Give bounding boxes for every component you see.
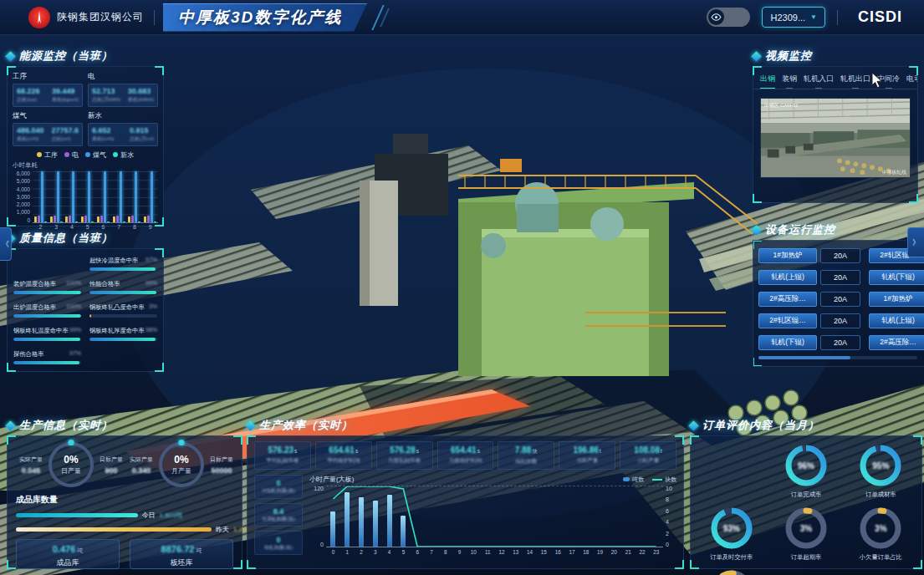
- hour-plot-area: [326, 486, 663, 547]
- device-item: 2#高压除…20A: [869, 335, 924, 350]
- energy-bar-group: [65, 171, 78, 222]
- camera-osd-label: 出钢区 CAM-01: [764, 102, 799, 108]
- device-item: 轧机(上辊)20A: [758, 270, 862, 285]
- company-name: 陕钢集团汉钢公司: [57, 10, 144, 24]
- tab-mill-entry[interactable]: 轧机入口: [804, 74, 834, 89]
- donut-shortage-rate: 10% 欠量订单占比: [694, 568, 768, 575]
- visibility-toggle[interactable]: [707, 8, 750, 27]
- kpi-tile: 196.86t当班产量: [559, 441, 615, 470]
- device-item: 2#轧区辊…20A: [758, 313, 862, 328]
- energy-chart-legend: 工序 电 煤气 新水: [13, 150, 158, 160]
- production-panel: 生产信息（实时） 实际产量0.045 0%日产量 目标产量900 实际产量0.3…: [7, 418, 242, 569]
- app-title-plate: 中厚板3D数字化产线: [163, 3, 367, 32]
- quality-panel: 质量信息（当班） 超快冷温度命中率97% 装炉温度合格率100% 性能合格率99…: [7, 231, 164, 372]
- efficiency-kpis: 576.23s平均轧制节奏 654.61s平均在炉时间 576.28s当前轧制节…: [254, 441, 676, 470]
- orders-panel: 订单评价内容（当月） 96% 订单完成率 95% 订单成材率 93% 订单及时交…: [690, 418, 922, 569]
- device-item: 1#加热炉20A: [869, 292, 924, 307]
- device-scrollbar[interactable]: [758, 356, 917, 359]
- video-feed[interactable]: 出钢区 CAM-01 中厚板轧线: [760, 98, 911, 178]
- hour-right-axis: 1086420: [663, 486, 676, 547]
- legend-item: 工序: [37, 150, 58, 160]
- diamond-icon: [688, 420, 699, 431]
- quality-item: 装炉温度合格率100%: [13, 280, 81, 294]
- scrollbar-thumb[interactable]: [758, 356, 850, 359]
- camera-watermark: 中厚板轧线: [882, 170, 906, 175]
- quality-item: 钢板终轧厚度命中率98%: [89, 327, 157, 341]
- stock-label: 成品库数量: [16, 494, 233, 506]
- quality-item: 钢板终轧凸度命中率3%: [89, 303, 157, 318]
- company-logo: [28, 7, 50, 28]
- energy-plot-area: [33, 171, 158, 223]
- device-item: 轧机(上辊)20A: [869, 313, 924, 328]
- diamond-icon: [751, 51, 762, 62]
- energy-bar-group: [144, 171, 156, 222]
- hour-x-axis: 01234567891011121314151617181920212223: [326, 549, 663, 555]
- donut-ontime-delivery: 93% 订单及时交付率: [694, 506, 768, 562]
- donut-small-shortage: 3% 小欠量订单占比: [844, 506, 918, 562]
- energy-bar-chart: 6,0005,0004,0003,0002,0001,0000: [13, 171, 158, 223]
- energy-y-axis: 6,0005,0004,0003,0002,0001,0000: [13, 171, 33, 223]
- diamond-icon: [5, 420, 16, 431]
- tab-motor-roller[interactable]: 电动辊道: [906, 74, 917, 89]
- eye-icon: [708, 9, 724, 25]
- kpi-tile: 576.28s当前轧制节奏: [376, 441, 433, 470]
- left-panel-collapse-handle[interactable]: 《: [0, 227, 12, 261]
- kpi-tile: 576.23s平均轧制节奏: [254, 441, 311, 470]
- video-panel-title: 视频监控: [765, 48, 812, 64]
- tab-mill-exit[interactable]: 轧机出口: [840, 74, 870, 89]
- energy-group-water: 新水 6.652单耗(m³/t) 0.915总耗(万m³): [88, 110, 158, 146]
- energy-group-gas: 煤气 486.040单耗(m³/t) 27757.6总耗(m³): [13, 110, 83, 146]
- diamond-icon: [751, 225, 762, 236]
- energy-bar-group: [113, 171, 125, 222]
- video-panel: 视频监控 出钢 装钢 轧机入口 轧机出口 中间冷 电动辊道: [753, 48, 918, 203]
- donut-order-completion: 96% 订单完成率: [768, 443, 843, 499]
- kpi-tile: 654.61s平均在炉时间: [315, 441, 372, 470]
- energy-chart-ylabel: 小时单耗: [13, 161, 158, 170]
- energy-group-electric: 电 52.713总耗(万kWh) 30.683单耗(kWh/t): [88, 71, 158, 107]
- tab-tapping[interactable]: 出钢: [760, 74, 775, 89]
- monthly-output-gauge: 实际产量0.340 0%月产量 目标产量50000: [126, 442, 237, 487]
- energy-panel: 能源监控（当班） 工序 68.226总耗(tce) 39.449单耗(kgce/…: [7, 48, 164, 226]
- tab-charging[interactable]: 装钢: [782, 74, 797, 89]
- quality-item: 性能合格率99%: [89, 280, 157, 294]
- quality-item: 超快冷温度命中率97%: [89, 257, 157, 271]
- quality-item: 钢板终轧温度命中率99%: [13, 327, 81, 341]
- tab-intermediate-cooling[interactable]: 中间冷: [877, 74, 900, 89]
- energy-bar-group: [97, 171, 110, 222]
- donut-order-yield: 95% 订单成材率: [844, 443, 918, 499]
- stock-bar-yesterday: 昨天1,293吨: [16, 525, 233, 534]
- donut-overdue-rate: 3% 订单超期率: [768, 506, 843, 562]
- camera-select-dropdown[interactable]: H2309... ▼: [762, 7, 825, 28]
- side-tile: 0待轧制量(块): [254, 531, 303, 555]
- device-item: 轧机(下辊)20A: [758, 335, 862, 350]
- energy-bar-group: [34, 171, 47, 222]
- diamond-icon: [245, 420, 256, 431]
- slab-stock-box: 8876.72吨 板坯库: [130, 539, 233, 569]
- hour-y-axis: 1200: [309, 486, 326, 547]
- cisdi-logo: CISDI: [858, 8, 902, 26]
- device-item: 2#高压除…20A: [758, 292, 862, 307]
- app-title: 中厚板3D数字化产线: [178, 7, 342, 28]
- energy-group-process: 工序 68.226总耗(tce) 39.449单耗(kgce/t): [13, 71, 83, 107]
- quality-item: 探伤合格率97%: [13, 350, 81, 364]
- energy-bar-group: [128, 171, 140, 222]
- energy-bar-group: [50, 171, 63, 222]
- efficiency-side-tiles: 0计划轧制量(块) 8.4当班轧制量(块) 0待轧制量(块): [254, 475, 303, 555]
- finished-stock-box: 0.476吨 成品库: [16, 539, 120, 569]
- stock-bar-today: 今日1,801吨: [16, 511, 233, 520]
- quality-item: 出炉温度合格率100%: [13, 303, 81, 318]
- kpi-tile: 108.08t小时产量: [620, 441, 676, 470]
- kpi-tile: 7.88块待轧块数: [498, 441, 554, 470]
- chevron-down-icon: ▼: [810, 13, 817, 21]
- energy-groups: 工序 68.226总耗(tce) 39.449单耗(kgce/t) 电 52.7…: [13, 71, 158, 146]
- diamond-icon: [5, 51, 16, 62]
- header-divider: [837, 10, 838, 25]
- hour-chart-title: 小时产量(大板): [309, 475, 354, 484]
- kpi-tile: 654.41s当前在炉时间: [437, 441, 494, 470]
- device-monitor-panel: 设备运行监控 1#加热炉20A 2#轧区辊…20A 轧机(上辊)20A 轧机(下…: [753, 222, 924, 367]
- side-tile: 0计划轧制量(块): [254, 475, 303, 499]
- legend-item: 煤气: [85, 150, 106, 160]
- energy-bar-group: [81, 171, 94, 222]
- daily-ring: 0%日产量: [48, 442, 94, 487]
- right-panel-collapse-handle[interactable]: 》: [907, 227, 924, 257]
